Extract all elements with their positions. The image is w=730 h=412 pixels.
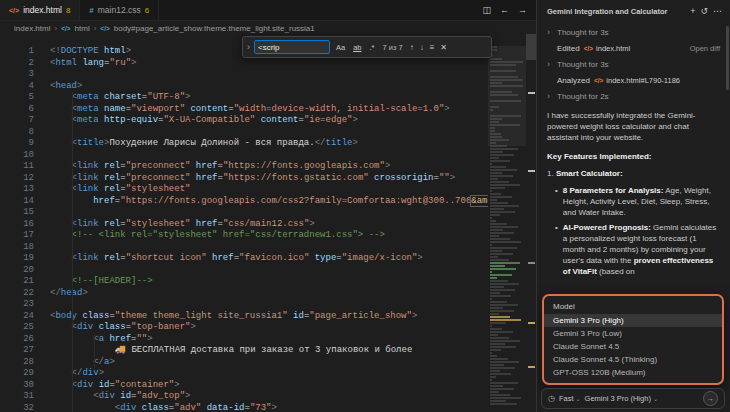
- vscode-window: </> index.html 8 # main12.css 6 ◫ ← → in…: [0, 0, 730, 412]
- nav-forward-icon[interactable]: →: [518, 5, 527, 15]
- breadcrumb-separator: ›: [54, 24, 57, 33]
- timeline-edited[interactable]: Edited</>index.htmlOpen diff: [537, 40, 730, 56]
- code-line: 24<body class="theme theme_light site_ru…: [0, 311, 488, 323]
- history-icon[interactable]: ↺: [700, 6, 708, 16]
- line-number: 30: [0, 380, 34, 392]
- code-text: <body class="theme theme_light site_russ…: [50, 311, 417, 323]
- code-area[interactable]: 1<!DOCTYPE html>2<html lang="ru">34<head…: [0, 46, 488, 412]
- line-number: 24: [0, 311, 34, 323]
- code-text: <link rel="shortcut icon" href="favicon.…: [50, 253, 423, 265]
- problem-count-badge: 8: [66, 6, 70, 15]
- line-number: 9: [0, 138, 34, 150]
- line-number: 13: [0, 184, 34, 196]
- file-name: index.html#L790-1186: [606, 76, 680, 85]
- code-text: <meta name="viewport" content="width=dev…: [50, 104, 450, 116]
- code-line: 2<html lang="ru">: [0, 58, 488, 70]
- tab-main12-css[interactable]: # main12.css 6: [80, 0, 159, 20]
- breadcrumb-item-file[interactable]: index.html: [14, 24, 50, 33]
- model-option[interactable]: Gemini 3 Pro (High): [544, 314, 722, 327]
- model-option[interactable]: Claude Sonnet 4.5: [544, 340, 722, 353]
- code-line: 20: [0, 265, 488, 277]
- match-case-toggle[interactable]: Aa: [334, 42, 347, 53]
- regex-toggle[interactable]: .*: [368, 42, 377, 53]
- code-line: 28 </a>: [0, 357, 488, 369]
- file-name: index.html: [596, 44, 630, 53]
- timeline-analyzed[interactable]: Analyzed</>index.html#L790-1186: [537, 72, 730, 88]
- model-selector[interactable]: Gemini 3 Pro (High) ⌄: [585, 394, 658, 403]
- chat-timeline: ›Thought for 3sEdited</>index.htmlOpen d…: [537, 22, 730, 104]
- line-number: 29: [0, 368, 34, 380]
- code-line: 14 href="https://fonts.googleapis.com/cs…: [0, 196, 488, 208]
- code-line: 4<head>: [0, 81, 488, 93]
- split-editor-icon[interactable]: ◫: [482, 5, 491, 15]
- line-number: 2: [0, 58, 34, 70]
- editor-actions: ◫ ← →: [482, 0, 537, 20]
- close-icon[interactable]: ✕: [439, 43, 448, 52]
- line-number: 31: [0, 391, 34, 403]
- toggle-replace-icon[interactable]: ›: [247, 42, 250, 52]
- code-line: 31 <div id="adv_top">: [0, 391, 488, 403]
- line-number: 23: [0, 299, 34, 311]
- chevron-right-icon: ›: [547, 91, 553, 101]
- line-number: 8: [0, 127, 34, 139]
- code-line: 21 <!--[HEADER]-->: [0, 276, 488, 288]
- timeline-thought[interactable]: ›Thought for 3s: [537, 24, 730, 40]
- chevron-down-icon: ⌄: [653, 395, 658, 402]
- code-line: 25 <div class="top-baner">: [0, 322, 488, 334]
- tab-index-html[interactable]: </> index.html 8: [0, 0, 80, 20]
- file-chip[interactable]: </>index.html: [584, 44, 631, 53]
- editor-group: </> index.html 8 # main12.css 6 ◫ ← → in…: [0, 0, 537, 412]
- line-number: 16: [0, 219, 34, 231]
- code-text: <meta http-equiv="X-UA-Compatible" conte…: [50, 115, 358, 127]
- minimap-viewport[interactable]: [488, 46, 526, 146]
- open-diff-link[interactable]: Open diff: [690, 44, 720, 53]
- model-option[interactable]: Gemini 3 Pro (Low): [544, 327, 722, 340]
- overview-mark: [528, 170, 535, 172]
- line-number: 15: [0, 207, 34, 219]
- nav-back-icon[interactable]: ←: [500, 5, 509, 15]
- code-line: 30 <div id="container">: [0, 380, 488, 392]
- chevron-right-icon: ›: [547, 59, 553, 69]
- line-number: 6: [0, 104, 34, 116]
- whole-word-toggle[interactable]: ab: [351, 42, 363, 53]
- code-line: 26 <a href="">: [0, 334, 488, 346]
- breadcrumb-item-html[interactable]: html: [75, 24, 90, 33]
- new-chat-icon[interactable]: +: [690, 6, 695, 16]
- model-option[interactable]: Claude Sonnet 4.5 (Thinking): [544, 353, 722, 366]
- chat-composer: ◷ Fast ⌄ Gemini 3 Pro (High) ⌄ →: [541, 388, 725, 409]
- model-option[interactable]: GPT-OSS 120B (Medium): [544, 366, 722, 379]
- timeline-thought[interactable]: ›Thought for 2s: [537, 88, 730, 104]
- more-actions-icon[interactable]: ⋯: [713, 6, 722, 16]
- overview-mark: [528, 366, 535, 368]
- prev-match-icon[interactable]: ↑: [409, 43, 415, 52]
- line-number: 3: [0, 69, 34, 81]
- list-number: 1.: [547, 169, 554, 178]
- find-input[interactable]: [254, 40, 330, 54]
- line-number: 20: [0, 265, 34, 277]
- mode-selector[interactable]: Fast ⌄: [559, 394, 581, 403]
- timeline-thought[interactable]: ›Thought for 3s: [537, 56, 730, 72]
- panel-header: Gemini Integration and Calculator + ↺ ⋯: [537, 0, 730, 22]
- line-number: 28: [0, 357, 34, 369]
- mode-label: Fast: [559, 394, 574, 403]
- next-match-icon[interactable]: ↓: [419, 43, 425, 52]
- find-in-selection-icon[interactable]: ≡: [429, 43, 436, 52]
- bullet-icon: •: [555, 185, 558, 218]
- timeline-label: Edited: [557, 44, 580, 53]
- breadcrumb-item-body[interactable]: body#page_article_show.theme.theme_light…: [114, 24, 315, 33]
- code-line: 18: [0, 242, 488, 254]
- line-number: 21: [0, 276, 34, 288]
- code-line: 15: [0, 207, 488, 219]
- code-text: <div class="adv" data-id="73">: [50, 403, 277, 412]
- file-chip[interactable]: </>index.html#L790-1186: [594, 76, 680, 85]
- css-file-icon: #: [89, 6, 93, 15]
- tab-bar: </> index.html 8 # main12.css 6 ◫ ← →: [0, 0, 537, 21]
- send-button[interactable]: →: [703, 391, 718, 406]
- panel-scrollbar[interactable]: [726, 26, 729, 90]
- line-number: 4: [0, 81, 34, 93]
- bullet-text: AI-Powered Prognosis: Gemini calculates …: [563, 222, 720, 277]
- line-number: 17: [0, 230, 34, 242]
- item-title: Smart Calculator:: [556, 169, 623, 178]
- code-line: 27 🚚 БЕСПЛАТНАЯ доставка при заказе от 3…: [0, 345, 488, 357]
- minimap[interactable]: [488, 34, 526, 412]
